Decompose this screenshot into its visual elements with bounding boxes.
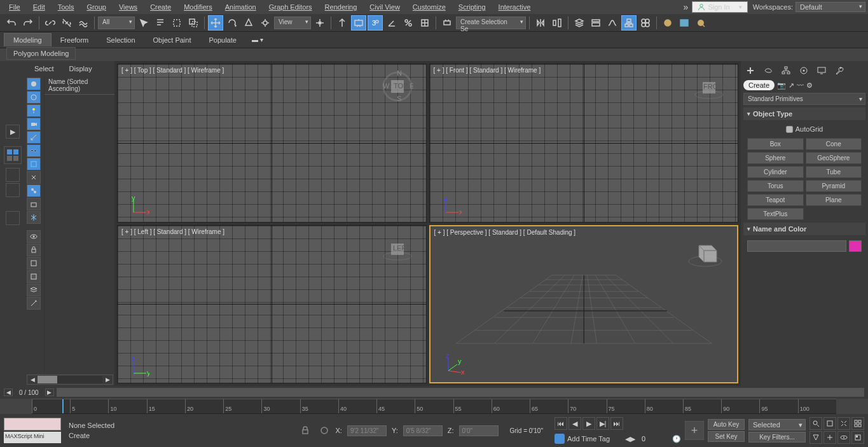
cat-systems-icon[interactable]: ⚙ [806,81,813,90]
viewcube-icon[interactable]: FRONT [693,71,725,102]
viewport-label[interactable]: [ + ] [ Perspective ] [ Standard ] [ Def… [434,229,576,236]
render-setup-button[interactable] [660,15,675,31]
goto-end-button[interactable]: ⏭ [610,417,623,430]
play-button[interactable]: ▶ [582,417,595,430]
percent-snap-button[interactable] [401,15,416,31]
viewcube-icon[interactable]: TOPNSWE [382,71,413,102]
render-button[interactable] [693,15,708,31]
time-prev-button[interactable]: ◀ [4,389,13,396]
viewcube-icon[interactable]: LEFT [382,232,413,264]
object-cylinder-button[interactable]: Cylinder [747,166,804,178]
menu-graph-editors[interactable]: Graph Editors [263,2,319,12]
time-config-icon[interactable]: 🕐 [672,435,681,443]
prev-frame-button[interactable]: ◀ [568,417,581,430]
viewport-left[interactable]: [ + ] [ Left ] [ Standard ] [ Wireframe … [117,225,427,384]
menu-overflow-icon[interactable]: » [684,2,689,12]
viewport-layout-button[interactable] [4,146,22,164]
link-button[interactable] [43,15,58,31]
select-manipulate-button[interactable] [334,15,350,31]
zoom-icon[interactable] [809,417,822,430]
schematic-view-button[interactable] [621,15,637,31]
object-tube-button[interactable]: Tube [806,166,862,178]
display-none-icon[interactable] [27,270,41,283]
undo-button[interactable] [4,15,19,31]
menu-rendering[interactable]: Rendering [319,2,364,12]
viewcube-icon[interactable] [686,233,724,271]
sign-in-button[interactable]: Sign In ▾ [692,1,747,13]
ribbon-tab-object-paint[interactable]: Object Paint [144,34,200,46]
menu-tools[interactable]: Tools [52,2,81,12]
layout-preset-2[interactable] [6,183,20,197]
expand-panel-button[interactable]: ▶ [6,125,20,139]
filter-helpers-icon[interactable] [27,131,41,144]
rendered-frame-button[interactable] [677,15,692,31]
maximize-viewport-icon[interactable] [851,431,864,444]
filter-bone-icon[interactable] [27,184,41,197]
snap-toggle-button[interactable]: 3 [368,15,383,31]
scene-hscrollbar[interactable]: ◀ ▶ [27,375,113,385]
menu-group[interactable]: Group [80,2,113,12]
menu-edit[interactable]: Edit [27,2,52,12]
ref-coord-dropdown[interactable]: View [274,17,311,29]
select-object-button[interactable] [136,15,151,31]
script-output-box[interactable] [4,418,61,430]
use-pivot-center-button[interactable] [312,15,327,31]
object-geosphere-button[interactable]: GeoSphere [806,152,862,164]
menu-modifiers[interactable]: Modifiers [177,2,219,12]
ribbon-tab-populate[interactable]: Populate [200,34,245,46]
layout-preset-1[interactable] [6,168,20,182]
angle-snap-button[interactable] [384,15,399,31]
orbit-icon[interactable] [837,431,850,444]
key-filters-button[interactable]: Key Filters... [748,432,806,443]
menu-create[interactable]: Create [144,2,177,12]
toggle-ribbon-button[interactable] [588,15,603,31]
viewport-label[interactable]: [ + ] [ Front ] [ Standard ] [ Wireframe… [434,67,541,74]
selection-lock-icon[interactable] [298,423,313,438]
filter-geometry-icon[interactable] [27,78,41,90]
menu-customize[interactable]: Customize [406,2,452,12]
rollout-name-color[interactable]: Name and Color [743,223,865,235]
viewport-label[interactable]: [ + ] [ Top ] [ Standard ] [ Wireframe ] [121,67,224,74]
filter-shapes-icon[interactable] [27,91,41,104]
set-key-big-button[interactable]: + [685,421,704,440]
filter-cameras-icon[interactable] [27,118,41,130]
create-tab-icon[interactable] [743,64,757,78]
material-editor-button[interactable] [638,15,653,31]
object-cone-button[interactable]: Cone [806,138,862,150]
object-plane-button[interactable]: Plane [806,194,862,206]
display-settings-icon[interactable] [27,297,41,310]
bind-space-warp-button[interactable] [76,15,91,31]
menu-animation[interactable]: Animation [219,2,263,12]
utilities-tab-icon[interactable] [832,64,846,78]
viewport-perspective[interactable]: [ + ] [ Perspective ] [ Standard ] [ Def… [429,225,739,384]
object-textplus-button[interactable]: TextPlus [747,208,804,220]
hierarchy-tab-icon[interactable] [779,64,793,78]
object-sphere-button[interactable]: Sphere [747,152,804,164]
next-frame-button[interactable]: ▶| [596,417,609,430]
curve-editor-button[interactable] [605,15,620,31]
ribbon-group-polygon-modeling[interactable]: Polygon Modeling [6,47,76,60]
ribbon-tab-freeform[interactable]: Freeform [52,34,98,46]
scene-tab-display[interactable]: Display [64,63,97,74]
menu-views[interactable]: Views [113,2,144,12]
x-input[interactable]: 9'2 11/32" [347,425,387,436]
select-by-name-button[interactable] [153,15,168,31]
align-button[interactable] [549,15,565,31]
display-frozen-icon[interactable] [27,244,41,256]
ribbon-tab-selection[interactable]: Selection [97,34,144,46]
viewport-front[interactable]: [ + ] [ Front ] [ Standard ] [ Wireframe… [429,64,739,223]
edit-named-sel-button[interactable] [439,15,455,31]
zoom-extents-icon[interactable] [837,417,850,430]
scene-tab-select[interactable]: Select [29,63,59,74]
mirror-button[interactable] [533,15,548,31]
object-color-swatch[interactable] [849,240,862,252]
timeline-ruler[interactable]: 0510152025303540455055606570758085909510… [32,399,836,414]
zoom-all-icon[interactable] [823,417,836,430]
object-name-input[interactable] [747,240,846,252]
scroll-left-icon[interactable]: ◀ [27,376,38,383]
scroll-right-icon[interactable]: ▶ [102,376,113,383]
named-selection-dropdown[interactable]: Create Selection Se [456,17,526,29]
ribbon-tab-modeling[interactable]: Modeling [4,33,52,46]
fov-icon[interactable] [809,431,822,444]
y-input[interactable]: 0'5 8/32" [403,425,443,436]
